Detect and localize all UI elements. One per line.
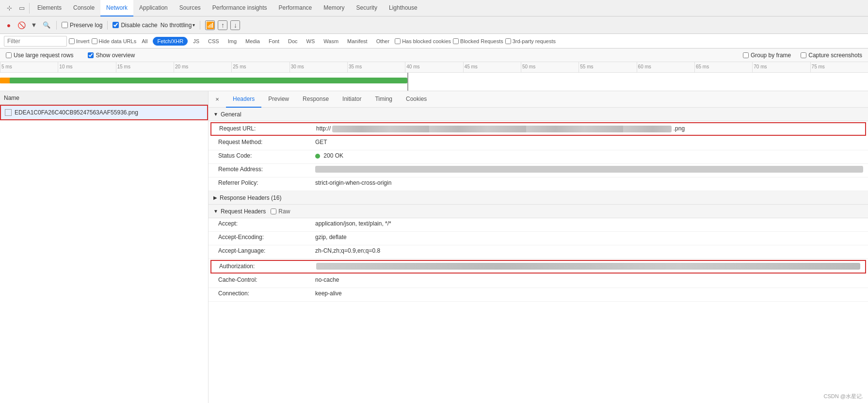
request-url-suffix: .png [674, 125, 685, 132]
timeline-tick: 75 ms [810, 62, 868, 72]
main-content: Name EDEA1C0FA26C40CB95247563AAF55936.pn… [0, 91, 868, 403]
authorization-label: Authorization: [219, 263, 316, 270]
response-headers-arrow-icon: ▶ [213, 195, 217, 200]
invert-checkbox[interactable] [69, 38, 75, 44]
tab-application[interactable]: Application [133, 0, 174, 16]
capture-screenshots-label[interactable]: Capture screenshots [801, 52, 862, 59]
request-headers-section-body: Accept: application/json, text/plain, */… [209, 218, 868, 302]
show-overview-label[interactable]: Show overview [88, 52, 135, 59]
third-party-label[interactable]: 3rd-party requests [505, 38, 556, 44]
preserve-log-label[interactable]: Preserve log [62, 22, 102, 29]
filter-ws-btn[interactable]: WS [303, 37, 319, 46]
inspect-icon[interactable]: ⊹ [4, 3, 15, 14]
filter-button[interactable]: ▼ [29, 20, 39, 30]
filter-css-btn[interactable]: CSS [205, 37, 223, 46]
requests-header: Name [0, 91, 208, 105]
throttle-select[interactable]: No throttling ▾ [161, 22, 195, 29]
disable-cache-label[interactable]: Disable cache [113, 22, 157, 29]
tab-performance[interactable]: Performance [273, 0, 318, 16]
throttle-arrow-icon: ▾ [193, 22, 195, 28]
request-url-prefix: http:// [316, 125, 331, 132]
general-section-title: General [221, 111, 241, 118]
referrer-policy-label: Referrer Policy: [218, 179, 315, 186]
details-tab-cookies[interactable]: Cookies [399, 91, 434, 108]
filter-media-btn[interactable]: Media [242, 37, 263, 46]
use-large-rows-checkbox[interactable] [6, 52, 12, 58]
tab-sources[interactable]: Sources [174, 0, 207, 16]
device-icon[interactable]: ▭ [16, 3, 27, 14]
hide-data-urls-text: Hide data URLs [99, 38, 137, 44]
filter-all-btn[interactable]: All [138, 37, 151, 46]
hide-data-urls-label[interactable]: Hide data URLs [92, 38, 137, 44]
details-tab-bar: × Headers Preview Response Initiator Tim… [209, 91, 868, 108]
timeline-bar-area [0, 73, 868, 91]
requests-list: EDEA1C0FA26C40CB95247563AAF55936.png [0, 105, 208, 403]
raw-checkbox-label[interactable]: Raw [271, 208, 290, 215]
tab-network[interactable]: Network [100, 0, 133, 16]
details-content: ▼ General Request URL: http:// .png Requ… [209, 108, 868, 403]
hide-data-urls-checkbox[interactable] [92, 38, 97, 44]
preserve-log-checkbox[interactable] [62, 22, 68, 28]
blocked-requests-checkbox[interactable] [453, 38, 459, 44]
general-arrow-icon: ▼ [213, 112, 218, 117]
disable-cache-checkbox[interactable] [113, 22, 119, 28]
filter-img-btn[interactable]: Img [225, 37, 240, 46]
use-large-rows-label[interactable]: Use large request rows [6, 52, 73, 59]
record-button[interactable]: ● [4, 20, 14, 30]
filter-doc-btn[interactable]: Doc [285, 37, 301, 46]
tab-memory[interactable]: Memory [318, 0, 350, 16]
tab-console[interactable]: Console [67, 0, 100, 16]
third-party-checkbox[interactable] [505, 38, 511, 44]
requests-panel: Name EDEA1C0FA26C40CB95247563AAF55936.pn… [0, 91, 209, 403]
request-row[interactable]: EDEA1C0FA26C40CB95247563AAF55936.png [0, 105, 208, 120]
use-large-rows-text: Use large request rows [14, 52, 73, 59]
wifi-icon[interactable]: 📶 [205, 20, 215, 30]
capture-screenshots-checkbox[interactable] [801, 52, 806, 58]
details-tab-preview[interactable]: Preview [261, 91, 296, 108]
download-icon[interactable]: ↓ [230, 20, 240, 30]
show-overview-checkbox[interactable] [88, 52, 94, 58]
tab-elements[interactable]: Elements [32, 0, 67, 16]
filter-input[interactable] [4, 36, 67, 47]
status-code-text: 200 OK [323, 152, 343, 159]
details-tab-initiator[interactable]: Initiator [336, 91, 368, 108]
timeline-tick: 5 ms [0, 62, 58, 72]
request-headers-section-header[interactable]: ▼ Request Headers Raw [209, 205, 868, 218]
filter-wasm-btn[interactable]: Wasm [320, 37, 342, 46]
watermark: CSDN @水星记. [824, 393, 863, 400]
devtools-icons: ⊹ ▭ [2, 3, 30, 14]
filter-font-btn[interactable]: Font [265, 37, 283, 46]
tab-lighthouse[interactable]: Lighthouse [383, 0, 423, 16]
invert-label[interactable]: Invert [69, 38, 90, 44]
tab-security[interactable]: Security [351, 0, 383, 16]
raw-label: Raw [278, 208, 290, 215]
filter-other-btn[interactable]: Other [373, 37, 393, 46]
timeline-tick: 45 ms [463, 62, 521, 72]
response-headers-section-title: Response Headers (16) [220, 194, 281, 201]
details-tab-response[interactable]: Response [296, 91, 336, 108]
group-by-frame-checkbox[interactable] [743, 52, 749, 58]
blocked-requests-text: Blocked Requests [460, 38, 503, 44]
search-button[interactable]: 🔍 [42, 20, 51, 30]
has-blocked-cookies-label[interactable]: Has blocked cookies [395, 38, 451, 44]
details-tab-timing[interactable]: Timing [368, 91, 399, 108]
filter-manifest-btn[interactable]: Manifest [344, 37, 371, 46]
timeline-scrubber[interactable] [407, 73, 408, 91]
blocked-requests-label[interactable]: Blocked Requests [453, 38, 503, 44]
filter-js-btn[interactable]: JS [190, 37, 203, 46]
details-tab-headers[interactable]: Headers [226, 91, 261, 108]
group-by-frame-label[interactable]: Group by frame [743, 52, 791, 59]
request-url-row: Request URL: http:// .png [210, 122, 866, 136]
raw-checkbox[interactable] [271, 209, 276, 214]
details-close-button[interactable]: × [212, 95, 222, 104]
filter-fetch-xhr-btn[interactable]: Fetch/XHR [153, 37, 188, 46]
authorization-row: Authorization: [210, 260, 866, 274]
upload-icon[interactable]: ↑ [218, 20, 227, 30]
has-blocked-cookies-checkbox[interactable] [395, 38, 401, 44]
clear-button[interactable]: 🚫 [16, 20, 26, 30]
general-section-header[interactable]: ▼ General [209, 108, 868, 121]
response-headers-section-header[interactable]: ▶ Response Headers (16) [209, 191, 868, 205]
filter-bar: Invert Hide data URLs All Fetch/XHR JS C… [0, 34, 868, 48]
timeline-tick: 70 ms [752, 62, 810, 72]
tab-performance-insights[interactable]: Performance insights [207, 0, 273, 16]
